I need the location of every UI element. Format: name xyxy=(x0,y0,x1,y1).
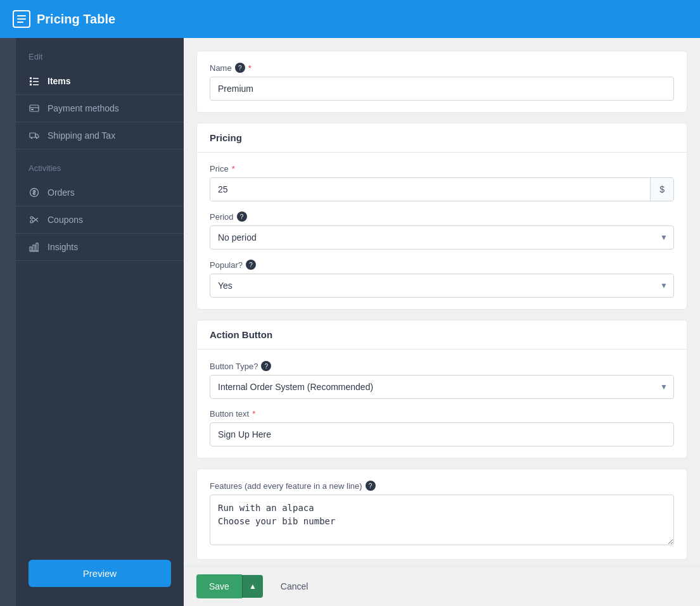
header-title: Pricing Table xyxy=(37,12,115,27)
svg-rect-6 xyxy=(33,81,39,82)
svg-rect-0 xyxy=(17,15,26,16)
action-card-body: Button Type? ? Internal Order System (Re… xyxy=(197,350,687,458)
svg-rect-21 xyxy=(33,245,35,251)
sidebar-item-insights[interactable]: Insights xyxy=(16,234,184,261)
svg-rect-8 xyxy=(33,84,39,85)
sidebar-item-shipping-label: Shipping and Tax xyxy=(48,130,115,141)
price-input-wrap: $ xyxy=(210,177,674,201)
popular-help-icon[interactable]: ? xyxy=(246,260,256,270)
dollar-icon xyxy=(29,187,40,198)
popular-field-group: Popular? ? Yes No ▼ xyxy=(210,260,674,298)
features-card-body: Features (add every feature in a new lin… xyxy=(197,469,687,559)
features-textarea[interactable]: Run with an alpaca Choose your bib numbe… xyxy=(210,495,674,545)
price-currency: $ xyxy=(650,178,673,201)
button-text-input[interactable] xyxy=(210,422,674,446)
svg-rect-22 xyxy=(36,243,38,251)
sidebar-item-payment-methods[interactable]: Payment methods xyxy=(16,95,184,122)
button-type-field-group: Button Type? ? Internal Order System (Re… xyxy=(210,361,674,399)
sidebar-item-items-label: Items xyxy=(48,76,71,86)
name-help-icon[interactable]: ? xyxy=(235,63,245,73)
truck-icon xyxy=(29,130,40,141)
popular-select-wrap: Yes No ▼ xyxy=(210,274,674,298)
header-icon xyxy=(13,10,30,28)
svg-rect-3 xyxy=(30,77,32,79)
features-help-icon[interactable]: ? xyxy=(366,481,376,491)
svg-rect-7 xyxy=(30,84,32,85)
save-button[interactable]: Save xyxy=(196,574,242,598)
svg-rect-5 xyxy=(30,80,32,82)
period-field-group: Period ? No period Monthly Yearly ▼ xyxy=(210,211,674,249)
action-section-title: Action Button xyxy=(197,320,687,350)
sidebar-item-coupons-label: Coupons xyxy=(48,215,83,225)
scissors-icon xyxy=(29,214,40,225)
features-label: Features (add every feature in a new lin… xyxy=(210,481,674,491)
svg-point-17 xyxy=(30,220,33,223)
features-field-group: Features (add every feature in a new lin… xyxy=(210,481,674,548)
svg-point-16 xyxy=(30,217,33,219)
svg-point-13 xyxy=(31,137,32,139)
chart-icon xyxy=(29,241,40,253)
price-field-group: Price * $ xyxy=(210,164,674,201)
svg-rect-4 xyxy=(33,78,39,79)
period-select-wrap: No period Monthly Yearly ▼ xyxy=(210,225,674,249)
bottom-action-bar: Save ▲ Cancel xyxy=(184,566,700,606)
sidebar-item-shipping-tax[interactable]: Shipping and Tax xyxy=(16,122,184,149)
preview-button-wrap: Preview xyxy=(16,560,184,587)
period-label: Period ? xyxy=(210,211,674,222)
bg-strip xyxy=(0,38,16,606)
button-text-label: Button text * xyxy=(210,409,674,419)
name-label: Name ? * xyxy=(210,63,674,73)
button-type-select-wrap: Internal Order System (Recommended) Exte… xyxy=(210,375,674,399)
price-label: Price * xyxy=(210,164,674,174)
popular-select[interactable]: Yes No xyxy=(210,274,674,298)
pricing-section-title: Pricing xyxy=(197,123,687,153)
period-select[interactable]: No period Monthly Yearly xyxy=(210,225,674,249)
button-type-select[interactable]: Internal Order System (Recommended) Exte… xyxy=(210,375,674,399)
svg-line-19 xyxy=(33,218,39,222)
svg-rect-12 xyxy=(30,133,35,137)
button-type-help-icon[interactable]: ? xyxy=(261,361,271,371)
action-button-card: Action Button Button Type? ? Internal Or… xyxy=(196,320,687,458)
svg-point-14 xyxy=(36,137,37,139)
main-content: Name ? * Pricing Price * $ xyxy=(184,38,700,606)
svg-rect-9 xyxy=(30,105,39,111)
sidebar-item-orders[interactable]: Orders xyxy=(16,179,184,206)
svg-line-18 xyxy=(33,217,39,222)
features-card: Features (add every feature in a new lin… xyxy=(196,469,687,560)
save-dropdown-button[interactable]: ▲ xyxy=(242,575,263,598)
name-card: Name ? * xyxy=(196,51,687,113)
cancel-button[interactable]: Cancel xyxy=(268,574,321,598)
sidebar-item-payment-label: Payment methods xyxy=(48,103,119,113)
period-help-icon[interactable]: ? xyxy=(237,211,247,222)
button-type-label: Button Type? ? xyxy=(210,361,674,371)
name-field-group: Name ? * xyxy=(210,63,674,101)
activities-section-label: Activities xyxy=(16,149,184,179)
svg-rect-20 xyxy=(30,247,32,251)
button-text-field-group: Button text * xyxy=(210,409,674,446)
svg-rect-2 xyxy=(17,22,23,23)
name-input[interactable] xyxy=(210,77,674,101)
app-header: Pricing Table xyxy=(0,0,700,38)
pricing-card-body: Price * $ Period ? No period Monthly xyxy=(197,153,687,309)
price-input[interactable] xyxy=(210,178,650,201)
popular-label: Popular? ? xyxy=(210,260,674,270)
svg-rect-11 xyxy=(31,109,34,110)
pricing-card: Pricing Price * $ Period ? xyxy=(196,123,687,310)
svg-rect-1 xyxy=(17,18,26,20)
sidebar-item-insights-label: Insights xyxy=(48,242,78,252)
sidebar: Edit Items Payment methods xyxy=(16,38,184,606)
card-icon xyxy=(29,103,40,114)
list-icon xyxy=(29,75,40,87)
sidebar-item-items[interactable]: Items xyxy=(16,68,184,95)
preview-button[interactable]: Preview xyxy=(29,560,171,587)
edit-section-label: Edit xyxy=(16,38,184,68)
sidebar-item-coupons[interactable]: Coupons xyxy=(16,206,184,234)
sidebar-item-orders-label: Orders xyxy=(48,187,75,198)
